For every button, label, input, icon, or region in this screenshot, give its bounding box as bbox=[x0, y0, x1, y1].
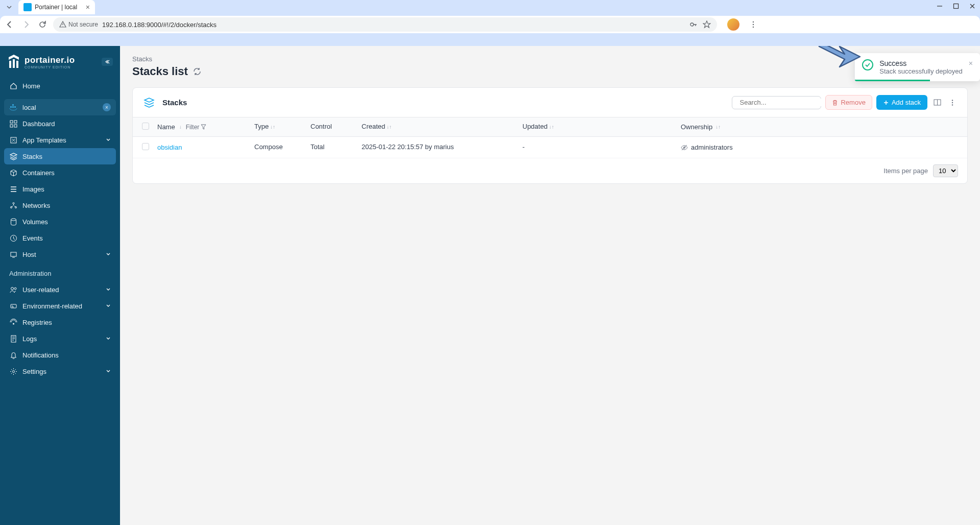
col-updated-header[interactable]: Updated bbox=[522, 123, 547, 130]
filter-button[interactable]: Filter bbox=[186, 124, 207, 131]
maximize-icon[interactable] bbox=[952, 3, 960, 10]
svg-point-2 bbox=[753, 21, 754, 22]
col-name-header[interactable]: Name bbox=[157, 123, 175, 131]
col-ownership-header[interactable]: Ownership bbox=[681, 123, 712, 131]
sidebar-item-volumes[interactable]: Volumes bbox=[4, 213, 116, 230]
stacks-icon bbox=[9, 152, 17, 160]
columns-icon[interactable] bbox=[931, 97, 943, 108]
tab-favicon-icon bbox=[23, 3, 32, 11]
svg-rect-9 bbox=[12, 106, 14, 108]
toast-close-icon[interactable]: × bbox=[969, 59, 973, 75]
star-icon[interactable] bbox=[703, 20, 711, 29]
sidebar-item-home[interactable]: Home bbox=[4, 78, 116, 94]
main-content: Stacks Stacks list Stacks × bbox=[120, 46, 980, 525]
sidebar-collapse-button[interactable] bbox=[102, 58, 113, 66]
refresh-icon[interactable] bbox=[193, 67, 201, 76]
sidebar-item-stacks[interactable]: Stacks bbox=[4, 148, 116, 164]
users-icon bbox=[9, 285, 17, 294]
success-check-icon bbox=[862, 59, 873, 70]
svg-rect-5 bbox=[9, 61, 11, 68]
home-icon bbox=[9, 82, 17, 90]
reload-icon[interactable] bbox=[37, 19, 48, 30]
sidebar-item-label: Environment-related bbox=[22, 302, 82, 310]
back-icon[interactable] bbox=[4, 19, 15, 30]
sidebar-item-dashboard[interactable]: Dashboard bbox=[4, 115, 116, 132]
docker-icon bbox=[9, 103, 17, 111]
col-created-header[interactable]: Created bbox=[362, 123, 385, 130]
security-badge[interactable]: Not secure bbox=[59, 21, 98, 28]
search-field[interactable] bbox=[739, 99, 825, 106]
networks-icon bbox=[9, 201, 17, 209]
svg-point-31 bbox=[952, 100, 953, 101]
tab-title: Portainer | local bbox=[35, 4, 83, 11]
more-icon[interactable] bbox=[947, 97, 958, 108]
images-icon bbox=[9, 185, 17, 193]
page-title: Stacks list bbox=[132, 65, 188, 78]
svg-rect-8 bbox=[10, 106, 12, 108]
url-bar[interactable]: Not secure 192.168.0.188:9000/#!/2/docke… bbox=[53, 17, 717, 32]
toast-title: Success bbox=[879, 59, 963, 67]
sidebar-item-registries[interactable]: Registries bbox=[4, 314, 116, 330]
sidebar-item-host[interactable]: Host bbox=[4, 246, 116, 262]
sidebar-item-settings[interactable]: Settings bbox=[4, 363, 116, 379]
eye-off-icon bbox=[681, 144, 688, 151]
tab-close-icon[interactable]: × bbox=[86, 3, 90, 11]
sidebar-item-images[interactable]: Images bbox=[4, 181, 116, 197]
plus-icon bbox=[883, 100, 889, 106]
sidebar-item-networks[interactable]: Networks bbox=[4, 197, 116, 213]
registries-icon bbox=[9, 318, 17, 326]
events-icon bbox=[9, 234, 17, 242]
sidebar-item-templates[interactable]: App Templates bbox=[4, 132, 116, 148]
remove-button[interactable]: Remove bbox=[825, 95, 872, 110]
svg-rect-10 bbox=[12, 104, 14, 106]
search-input[interactable]: × bbox=[732, 96, 821, 109]
browser-tab[interactable]: Portainer | local × bbox=[18, 0, 95, 14]
stack-name-link[interactable]: obsidian bbox=[157, 144, 182, 151]
warning-icon bbox=[59, 21, 66, 28]
row-checkbox[interactable] bbox=[142, 143, 149, 150]
minimize-icon[interactable] bbox=[936, 3, 943, 10]
tab-search-dropdown[interactable] bbox=[4, 2, 14, 12]
items-per-page-select[interactable]: 10 bbox=[933, 164, 958, 177]
forward-icon[interactable] bbox=[20, 19, 32, 30]
chevron-down-icon bbox=[106, 336, 111, 341]
sidebar-item-label: Logs bbox=[22, 335, 37, 343]
add-stack-button[interactable]: Add stack bbox=[876, 95, 927, 110]
sidebar-item-containers[interactable]: Containers bbox=[4, 164, 116, 181]
sidebar-item-logs[interactable]: Logs bbox=[4, 330, 116, 347]
add-label: Add stack bbox=[892, 99, 921, 106]
close-window-icon[interactable] bbox=[969, 3, 976, 10]
sidebar-section-admin: Administration bbox=[4, 262, 116, 281]
sidebar-item-user-related[interactable]: User-related bbox=[4, 281, 116, 298]
sidebar-item-notifications[interactable]: Notifications bbox=[4, 347, 116, 363]
svg-point-4 bbox=[753, 27, 754, 28]
browser-menu-icon[interactable] bbox=[748, 19, 759, 30]
sidebar-item-events[interactable]: Events bbox=[4, 230, 116, 246]
key-icon[interactable] bbox=[689, 20, 698, 29]
svg-rect-25 bbox=[11, 304, 16, 308]
svg-rect-0 bbox=[954, 4, 959, 9]
profile-avatar[interactable] bbox=[727, 18, 739, 31]
svg-rect-15 bbox=[14, 125, 17, 127]
stack-created: 2025-01-22 20:15:57 by marius bbox=[362, 143, 454, 151]
sidebar-item-label: Dashboard bbox=[22, 120, 55, 128]
col-type-header[interactable]: Type bbox=[254, 123, 269, 130]
sidebar-item-label: User-related bbox=[22, 286, 59, 294]
select-all-checkbox[interactable] bbox=[142, 123, 149, 130]
host-icon bbox=[9, 250, 17, 258]
table-row: obsidian Compose Total 2025-01-22 20:15:… bbox=[133, 137, 967, 158]
containers-icon bbox=[9, 169, 17, 177]
sidebar-item-environment[interactable]: local × bbox=[4, 99, 116, 115]
stacks-panel: Stacks × Remove Add stack bbox=[132, 87, 968, 184]
sidebar-item-env-related[interactable]: Environment-related bbox=[4, 298, 116, 314]
table-header: Name ↓ Filter Type ↓↑ Control Created ↓↑… bbox=[133, 117, 967, 137]
sidebar-item-label: local bbox=[22, 104, 36, 111]
url-text: 192.168.0.188:9000/#!/2/docker/stacks bbox=[102, 21, 685, 29]
svg-point-28 bbox=[12, 370, 14, 372]
svg-point-26 bbox=[13, 323, 14, 324]
remove-label: Remove bbox=[841, 99, 865, 106]
sidebar-item-label: Containers bbox=[22, 169, 55, 177]
env-close-icon[interactable]: × bbox=[103, 103, 111, 111]
sidebar-item-label: Images bbox=[22, 185, 44, 193]
panel-header: Stacks × Remove Add stack bbox=[133, 88, 967, 117]
